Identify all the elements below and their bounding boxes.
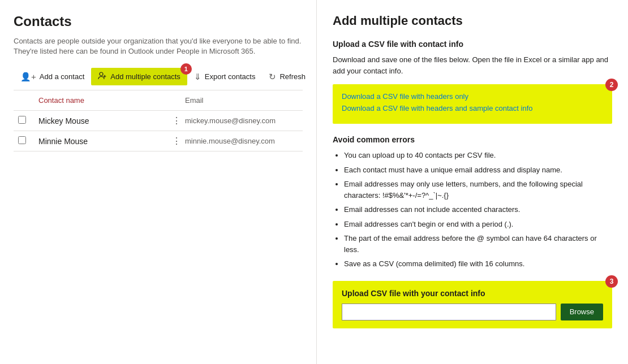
error-item: The part of the email address before the… xyxy=(344,233,612,255)
row-checkbox-2[interactable] xyxy=(18,136,38,146)
header-contact-name: Contact name xyxy=(38,96,168,105)
table-row: Minnie Mouse ⋮ minnie.mouse@disney.com xyxy=(14,131,303,151)
error-list: You can upload up to 40 contacts per CSV… xyxy=(333,150,612,270)
upload-section-label: Upload a CSV file with contact info xyxy=(333,40,612,49)
add-multiple-wrapper: Add multiple contacts 1 xyxy=(91,68,187,85)
csv-links-box: Download a CSV file with headers only Do… xyxy=(333,84,612,124)
error-item: Save as a CSV (comma delimited) file wit… xyxy=(344,258,612,270)
row-email-mickey: mickey.mouse@disney.com xyxy=(185,116,298,125)
svg-point-0 xyxy=(100,72,103,76)
csv-file-input[interactable] xyxy=(342,304,556,320)
contacts-list: Mickey Mouse ⋮ mickey.mouse@disney.com M… xyxy=(14,111,303,151)
upload-file-box: Upload CSV file with your contact info B… xyxy=(333,281,612,328)
error-item: Email addresses can not include accented… xyxy=(344,204,612,215)
add-multiple-icon xyxy=(98,71,107,82)
add-contact-icon: 👤+ xyxy=(20,72,36,82)
upload-section-desc: Download and save one of the files below… xyxy=(333,54,612,76)
add-contact-button[interactable]: 👤+ Add a contact xyxy=(14,68,91,85)
row-email-minnie: minnie.mouse@disney.com xyxy=(185,137,298,145)
row-name-minnie: Minnie Mouse xyxy=(38,137,168,146)
refresh-button[interactable]: ↻ Refresh xyxy=(262,68,312,85)
left-panel: Contacts Contacts are people outside you… xyxy=(0,0,317,364)
step3-badge: 3 xyxy=(605,275,618,288)
page-title: Contacts xyxy=(14,14,303,29)
checkbox-mickey[interactable] xyxy=(18,116,26,124)
checkbox-minnie[interactable] xyxy=(18,136,26,144)
page-description: Contacts are people outside your organiz… xyxy=(14,36,303,57)
csv-link-headers-only[interactable]: Download a CSV file with headers only xyxy=(342,92,603,101)
browse-button[interactable]: Browse xyxy=(561,304,603,320)
row-name-mickey: Mickey Mouse xyxy=(38,116,168,125)
export-icon: ⇓ xyxy=(194,72,201,82)
right-panel: Add multiple contacts Upload a CSV file … xyxy=(317,0,628,364)
toolbar: 👤+ Add a contact Add multiple contacts 1… xyxy=(14,68,303,90)
row-menu-mickey[interactable]: ⋮ xyxy=(168,115,185,126)
error-item: Email addresses may only use letters, nu… xyxy=(344,179,612,201)
row-checkbox-1[interactable] xyxy=(18,116,38,125)
avoid-errors-label: Avoid common errors xyxy=(333,135,612,144)
header-email: Email xyxy=(185,96,298,105)
upload-file-label: Upload CSV file with your contact info xyxy=(342,289,603,298)
row-menu-minnie[interactable]: ⋮ xyxy=(168,136,185,146)
add-multiple-contacts-button[interactable]: Add multiple contacts xyxy=(91,68,187,85)
upload-row: Browse xyxy=(342,304,603,320)
panel-title: Add multiple contacts xyxy=(333,14,612,28)
table-row: Mickey Mouse ⋮ mickey.mouse@disney.com xyxy=(14,111,303,131)
error-item: You can upload up to 40 contacts per CSV… xyxy=(344,150,612,161)
csv-link-headers-sample[interactable]: Download a CSV file with headers and sam… xyxy=(342,104,603,112)
error-item: Email addresses can't begin or end with … xyxy=(344,219,612,230)
step2-badge: 2 xyxy=(605,79,618,91)
table-header: Contact name Email xyxy=(14,90,303,111)
export-contacts-button[interactable]: ⇓ Export contacts xyxy=(187,68,263,85)
error-item: Each contact must have a unique email ad… xyxy=(344,164,612,176)
refresh-icon: ↻ xyxy=(269,72,276,82)
